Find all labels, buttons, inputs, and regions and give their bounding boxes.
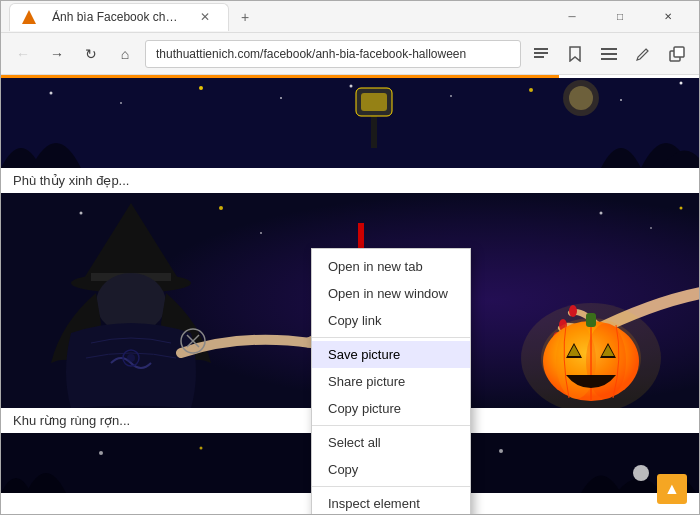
svg-point-9 [50,92,53,95]
tab-close-btn[interactable]: ✕ [194,8,216,26]
refresh-btn[interactable]: ↻ [77,40,105,68]
svg-point-62 [633,465,649,481]
svg-point-14 [450,95,452,97]
close-btn[interactable]: ✕ [645,1,691,33]
back-btn[interactable]: ← [9,40,37,68]
maximize-btn[interactable]: □ [597,1,643,33]
ctx-copy[interactable]: Copy [312,456,470,483]
ctx-inspect-element[interactable]: Inspect element [312,490,470,514]
address-url: thuthuattienich.com/facebook/anh-bia-fac… [156,47,466,61]
ctx-separator-3 [312,486,470,487]
window-controls: ─ □ ✕ [549,1,691,33]
tab-favicon [22,10,36,24]
svg-point-28 [260,232,262,234]
tab-title: Ảnh bìa Facebook chủ đ... [44,10,186,24]
ctx-copy-picture[interactable]: Copy picture [312,395,470,422]
svg-rect-22 [361,93,387,111]
svg-rect-0 [534,48,548,50]
nav-bar: ← → ↻ ⌂ thuthuattienich.com/facebook/anh… [1,33,699,75]
ctx-save-picture[interactable]: Save picture [312,341,470,368]
active-tab[interactable]: Ảnh bìa Facebook chủ đ... ✕ [9,3,229,31]
hero-svg [1,78,699,168]
ctx-share-picture[interactable]: Share picture [312,368,470,395]
ctx-separator-2 [312,425,470,426]
browser-window: Ảnh bìa Facebook chủ đ... ✕ + ─ □ ✕ ← → … [0,0,700,515]
context-menu: Open in new tab Open in new window Copy … [311,248,471,514]
svg-point-12 [280,97,282,99]
svg-rect-46 [586,313,596,327]
minimize-btn[interactable]: ─ [549,1,595,33]
scroll-to-top-btn[interactable]: ▲ [657,474,687,504]
menu-icon[interactable] [595,40,623,68]
forward-btn[interactable]: → [43,40,71,68]
svg-point-27 [219,206,223,210]
svg-point-16 [620,99,622,101]
title-bar: Ảnh bìa Facebook chủ đ... ✕ + ─ □ ✕ [1,1,699,33]
reader-icon[interactable] [527,40,555,68]
bookmark-icon[interactable] [561,40,589,68]
svg-rect-4 [601,53,617,55]
ctx-separator-1 [312,337,470,338]
svg-point-10 [120,102,122,104]
svg-point-58 [99,451,103,455]
address-bar[interactable]: thuthuattienich.com/facebook/anh-bia-fac… [145,40,521,68]
ctx-open-new-tab[interactable]: Open in new tab [312,253,470,280]
webpage: Phù thủy xinh đẹp... [1,78,699,514]
ctx-select-all[interactable]: Select all [312,429,470,456]
svg-point-37 [127,354,135,362]
hero-image-top [1,78,699,168]
svg-point-59 [200,447,203,450]
svg-point-29 [600,212,603,215]
edit-icon[interactable] [629,40,657,68]
home-btn[interactable]: ⌂ [111,40,139,68]
svg-point-30 [650,227,652,229]
page-content: Phù thủy xinh đẹp... [1,78,699,514]
new-tab-btn[interactable]: + [233,9,257,25]
svg-point-31 [680,207,683,210]
svg-point-19 [569,86,593,110]
extensions-icon[interactable] [663,40,691,68]
svg-rect-1 [534,52,548,54]
svg-rect-7 [674,47,684,57]
svg-rect-2 [534,56,544,58]
caption-1: Phù thủy xinh đẹp... [1,168,699,193]
svg-point-15 [529,88,533,92]
ctx-open-new-window[interactable]: Open in new window [312,280,470,307]
svg-point-61 [499,449,503,453]
svg-point-17 [680,82,683,85]
svg-rect-5 [601,58,617,60]
svg-point-25 [80,212,83,215]
svg-rect-3 [601,48,617,50]
svg-point-13 [350,85,353,88]
ctx-copy-link[interactable]: Copy link [312,307,470,334]
svg-point-11 [199,86,203,90]
